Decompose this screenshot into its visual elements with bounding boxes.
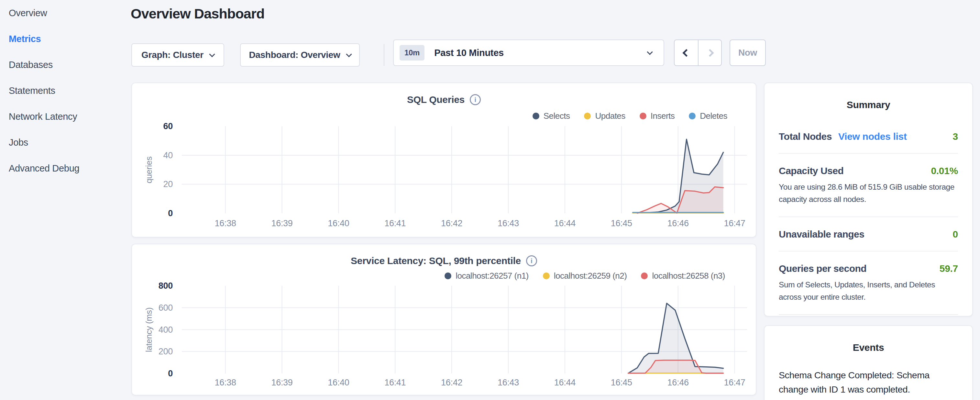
events-title: Events: [779, 326, 958, 353]
unavailable-ranges-value: 0: [953, 229, 958, 240]
legend-item: Selects: [533, 111, 570, 121]
y-tick-label: 60: [134, 121, 173, 131]
legend-dot-icon: [641, 273, 648, 279]
legend-item: localhost:26258 (n3): [641, 271, 725, 281]
sidebar-item-advanced-debug[interactable]: Advanced Debug: [0, 155, 131, 181]
legend-dot-icon: [543, 273, 550, 279]
sidebar-item-statements[interactable]: Statements: [0, 78, 131, 104]
legend-label: Inserts: [651, 111, 675, 121]
page-title: Overview Dashboard: [131, 6, 264, 22]
time-prev-button[interactable]: [675, 40, 698, 65]
x-tick-label: 16:40: [319, 218, 358, 228]
divider: [779, 251, 958, 252]
summary-panel: Summary Total Nodes View nodes list 3 Ca…: [764, 83, 973, 317]
chevron-down-icon: [346, 51, 352, 57]
summary-title: Summary: [779, 83, 958, 110]
sidebar-item-network-latency[interactable]: Network Latency: [0, 104, 131, 129]
y-tick-label: 400: [134, 325, 173, 335]
y-tick-label: 600: [134, 303, 173, 313]
view-nodes-list-link[interactable]: View nodes list: [838, 131, 907, 142]
capacity-used-description: You are using 28.6 MiB of 515.9 GiB usab…: [779, 181, 958, 206]
x-tick-label: 16:44: [546, 378, 584, 388]
divider: [779, 314, 958, 315]
x-tick-label: 16:43: [489, 218, 528, 228]
legend-label: Selects: [544, 111, 570, 121]
chart-legend: localhost:26257 (n1)localhost:26259 (n2)…: [445, 271, 725, 281]
total-nodes-value: 3: [953, 131, 958, 142]
y-tick-label: 0: [134, 368, 173, 379]
y-tick-label: 0: [134, 208, 173, 218]
legend-item: localhost:26257 (n1): [445, 271, 529, 281]
chart-plot-area: [182, 286, 747, 373]
service-latency-chart-panel: Service Latency: SQL, 99th percentile i …: [131, 244, 756, 395]
x-tick-label: 16:46: [659, 218, 698, 228]
x-tick-label: 16:47: [715, 218, 754, 228]
graph-dropdown[interactable]: Graph: Cluster: [131, 43, 224, 67]
info-icon[interactable]: i: [470, 94, 481, 105]
x-tick-label: 16:47: [715, 378, 754, 388]
legend-item: Updates: [584, 111, 625, 121]
sidebar-item-jobs[interactable]: Jobs: [0, 129, 131, 155]
time-range-badge: 10m: [399, 45, 425, 61]
sql-queries-chart-panel: SQL Queries i SelectsUpdatesInsertsDelet…: [131, 83, 756, 237]
qps-label: Queries per second: [779, 263, 866, 274]
capacity-used-value: 0.01%: [931, 166, 958, 176]
legend-label: localhost:26257 (n1): [455, 271, 529, 281]
x-tick-label: 16:46: [659, 378, 698, 388]
chart-legend: SelectsUpdatesInsertsDeletes: [533, 111, 727, 121]
legend-item: Deletes: [689, 111, 727, 121]
sidebar-item-overview[interactable]: Overview: [0, 0, 131, 26]
sidebar-item-metrics[interactable]: Metrics: [0, 26, 131, 52]
legend-label: localhost:26259 (n2): [554, 271, 627, 281]
toolbar-divider: [384, 44, 384, 66]
x-tick-label: 16:41: [375, 378, 414, 388]
x-tick-label: 16:38: [206, 218, 245, 228]
y-tick-label: 20: [134, 179, 173, 189]
x-tick-label: 16:39: [263, 378, 302, 388]
x-tick-label: 16:42: [432, 378, 471, 388]
y-tick-label: 200: [134, 346, 173, 357]
info-icon[interactable]: i: [526, 255, 537, 266]
unavailable-ranges-label: Unavailable ranges: [779, 229, 864, 240]
divider: [779, 153, 958, 154]
legend-label: Deletes: [700, 111, 727, 121]
time-next-button[interactable]: [698, 40, 721, 65]
chevron-right-icon: [706, 49, 714, 57]
y-tick-label: 800: [134, 280, 173, 291]
legend-dot-icon: [584, 113, 591, 120]
time-nav-group: [674, 40, 722, 66]
legend-label: Updates: [595, 111, 625, 121]
chart-plot-area: [182, 126, 747, 213]
sidebar: Overview Metrics Databases Statements Ne…: [0, 0, 131, 400]
qps-value: 59.7: [940, 263, 958, 274]
x-tick-label: 16:40: [319, 378, 358, 388]
dashboard-dropdown[interactable]: Dashboard: Overview: [240, 43, 360, 67]
chevron-down-icon: [209, 51, 215, 57]
sidebar-item-databases[interactable]: Databases: [0, 52, 131, 78]
x-tick-label: 16:44: [546, 218, 584, 228]
legend-dot-icon: [640, 113, 646, 120]
chevron-left-icon: [682, 49, 690, 57]
legend-label: localhost:26258 (n3): [652, 271, 725, 281]
x-tick-label: 16:38: [206, 378, 245, 388]
chevron-down-icon: [647, 49, 652, 55]
legend-item: Inserts: [640, 111, 675, 121]
summary-row-total-nodes: Total Nodes View nodes list 3: [779, 131, 958, 142]
chart-title: SQL Queries: [407, 94, 465, 105]
time-range-select[interactable]: 10m Past 10 Minutes: [393, 40, 664, 66]
chart-title: Service Latency: SQL, 99th percentile: [351, 255, 521, 266]
x-tick-label: 16:45: [602, 378, 641, 388]
event-text[interactable]: Schema Change Completed: Schema change w…: [779, 368, 958, 397]
summary-row-capacity: Capacity Used 0.01%: [779, 166, 958, 176]
qps-description: Sum of Selects, Updates, Inserts, and De…: [779, 279, 958, 303]
capacity-used-label: Capacity Used: [779, 166, 843, 176]
legend-dot-icon: [445, 273, 451, 279]
dashboard-dropdown-label: Dashboard: Overview: [249, 50, 340, 60]
time-range-value: Past 10 Minutes: [434, 48, 648, 58]
legend-item: localhost:26259 (n2): [543, 271, 627, 281]
x-tick-label: 16:45: [602, 218, 641, 228]
graph-dropdown-label: Graph: Cluster: [142, 50, 204, 60]
legend-dot-icon: [533, 113, 539, 120]
now-button[interactable]: Now: [730, 40, 766, 66]
divider: [779, 217, 958, 217]
